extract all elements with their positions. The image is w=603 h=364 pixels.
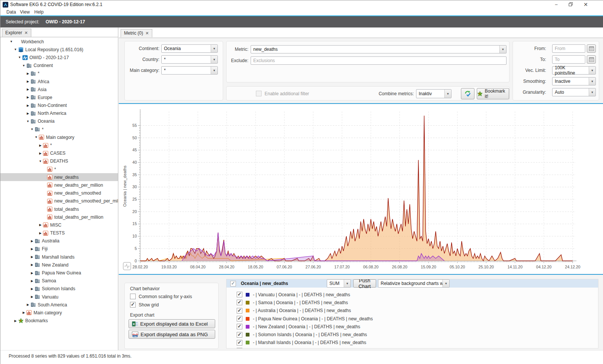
tree-item-cases[interactable]: ▶CASES [0,149,118,157]
tree-item-workbench[interactable]: ▼Workbench [0,38,118,46]
tree-item-asia[interactable]: ▶Asia [0,85,118,93]
explorer-tab[interactable]: Explorer ✕ [2,29,31,37]
exclude-input[interactable]: Exclusions [251,56,507,65]
to-calendar-button[interactable] [587,55,596,64]
tree-item-fiji[interactable]: ▶Fiji [0,245,118,253]
legend-row-checkbox[interactable] [237,332,242,338]
explorer-tab-close-icon[interactable]: ✕ [24,30,28,35]
tree-item-non-continent[interactable]: ▶Non-Continent [0,102,118,110]
collapse-icon[interactable]: ▼ [9,40,14,43]
minimize-button[interactable]: – [550,0,563,9]
show-grid-checkbox[interactable] [130,302,136,308]
to-input[interactable]: To [552,55,585,64]
tree-item-bookmarks[interactable]: ▶BBookmarks [0,317,118,325]
relativize-combobox[interactable]: Relativize background charts with this▼ [378,279,450,288]
tree-item-new-zealand[interactable]: ▶New Zealand [0,261,118,269]
expand-icon[interactable]: ▶ [29,255,35,259]
metric-tab-close-icon[interactable]: ✕ [145,31,149,36]
tree-item-[interactable]: ▼* [0,125,118,133]
collapse-icon[interactable]: ▼ [34,136,39,139]
expand-icon[interactable]: ▶ [38,152,43,155]
legend-row-checkbox[interactable] [237,292,242,297]
collapse-icon[interactable]: ▼ [29,128,35,131]
expand-icon[interactable]: ▶ [29,279,35,283]
tree-item-main-category[interactable]: ▼Main category [0,133,118,141]
expand-icon[interactable]: ▶ [29,263,35,267]
collapse-icon[interactable]: ▼ [13,48,18,51]
expand-icon[interactable]: ▶ [25,96,31,99]
tree-item-europe[interactable]: ▶Europe [0,93,118,101]
expand-icon[interactable]: ▶ [38,223,43,227]
tree-item-misc[interactable]: ▶MISC [0,221,118,229]
tree-item-oceania[interactable]: ▼Oceania [0,117,118,125]
push-chart-button[interactable]: Push Chart [353,279,376,288]
collapse-icon[interactable]: ▼ [21,64,26,67]
tree-item-south-america[interactable]: ▶South America [0,301,118,309]
expand-icon[interactable]: ▶ [25,88,31,91]
expand-icon[interactable]: ▶ [25,303,31,306]
vec-limit-combobox[interactable]: 100K points/line▼ [552,66,596,75]
chevron-down-icon[interactable]: ▼ [442,280,449,287]
chevron-down-icon[interactable]: ▼ [589,67,595,74]
chevron-down-icon[interactable]: ▼ [589,88,595,96]
chevron-down-icon[interactable]: ▼ [344,280,350,287]
legend-master-checkbox[interactable] [230,281,236,286]
from-input[interactable]: From [552,44,585,53]
menu-view[interactable]: View [18,9,32,15]
legend-row-checkbox[interactable] [237,324,242,329]
menu-data[interactable]: Data [4,9,18,15]
tree-item-tests[interactable]: ▶TESTS [0,229,118,237]
legend-row-checkbox[interactable] [237,340,242,346]
collapse-icon[interactable]: ▼ [25,120,31,123]
chevron-down-icon[interactable]: ▼ [211,45,217,52]
country-combobox[interactable]: *▼ [161,55,218,64]
tree-item-papua-new-guinea[interactable]: ▶Papua New Guinea [0,269,118,277]
menu-help[interactable]: Help [32,9,46,15]
chevron-down-icon[interactable]: ▼ [589,78,595,85]
legend-row-checkbox[interactable] [237,308,242,314]
tree-item-[interactable]: ▶* [0,70,118,78]
bookmark-it-button[interactable]: B Bookmark it! [477,88,509,99]
tree-item-local-repository-1-651-016[interactable]: ▼Local Repository (1.651.016) [0,46,118,53]
legend-row-checkbox[interactable] [237,300,242,305]
expand-icon[interactable]: ▶ [21,311,26,314]
legend-row-checkbox[interactable] [237,348,242,349]
export-excel-button[interactable]: X Export displayed data to Excel [129,319,215,328]
export-png-button[interactable]: PNG Export displayed data as PNG [129,330,215,339]
main-category-combobox[interactable]: *▼ [161,66,218,75]
smoothing-combobox[interactable]: Inactive▼ [552,77,596,85]
tree-item-north-america[interactable]: ▶North America [0,110,118,117]
common-scaling-checkbox[interactable] [130,294,136,299]
tree-item-new-deaths-per-million[interactable]: new_deaths_per_million [0,181,118,189]
tree-item-marshall-islands[interactable]: ▶Marshall Islands [0,253,118,261]
tree-item-africa[interactable]: ▶Africa [0,78,118,85]
tree-item-new-deaths-smoothed-per-milli[interactable]: new_deaths_smoothed_per_milli... [0,197,118,205]
tree-item-vanuatu[interactable]: ▶Vanuatu [0,293,118,301]
continent-combobox[interactable]: Oceania▼ [161,44,218,53]
legend-row-checkbox[interactable] [237,316,242,321]
expand-icon[interactable]: ▶ [13,319,18,323]
tree-item-deaths[interactable]: ▼DEATHS [0,157,118,165]
from-calendar-button[interactable] [587,44,596,53]
expand-icon[interactable]: ▶ [25,112,31,115]
tree-item-solomon-islands[interactable]: ▶Solomon Islands [0,285,118,293]
refresh-button[interactable] [461,88,474,99]
metric-tab[interactable]: Metric (0) ✕ [121,29,152,37]
chart-area[interactable]: 051015202530354045505528.02.2019.03.2008… [119,104,603,274]
tree-item-new-deaths[interactable]: new_deaths [0,173,118,181]
restore-button[interactable] [564,0,577,9]
collapse-icon[interactable]: ▼ [17,56,22,59]
tree-item-main-category[interactable]: ▶Main category [0,309,118,317]
tree-item-australia[interactable]: ▶Australia [0,237,118,245]
close-button[interactable]: ✕ [579,0,592,9]
metric-input[interactable]: new_deaths▼ [251,45,507,53]
tree-item-total-deaths-per-million[interactable]: total_deaths_per_million [0,213,118,221]
aggregation-combobox[interactable]: SUM▼ [327,279,351,288]
expand-icon[interactable]: ▶ [29,247,35,251]
expand-icon[interactable]: ▶ [25,80,31,83]
chevron-down-icon[interactable]: ▼ [444,90,451,98]
expand-icon[interactable]: ▶ [25,104,31,107]
expand-icon[interactable]: ▶ [29,271,35,275]
chevron-down-icon[interactable]: ▼ [211,67,217,74]
tree-item-[interactable]: * [0,165,118,173]
